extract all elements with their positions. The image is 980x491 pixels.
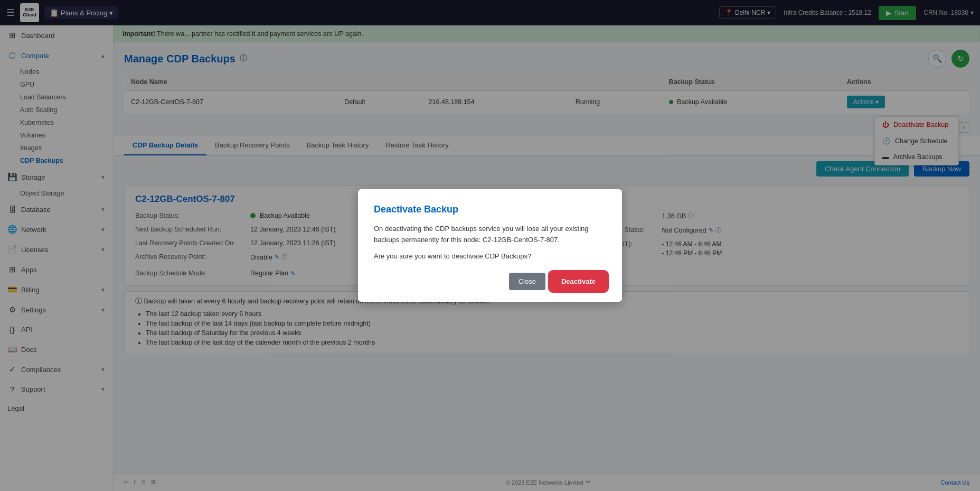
modal-body: On deactivating the CDP backups service … bbox=[374, 224, 606, 262]
modal-body-line1: On deactivating the CDP backups service … bbox=[374, 224, 606, 246]
modal-body-line2: Are you sure you want to deactivate CDP … bbox=[374, 251, 606, 262]
modal-deactivate-button[interactable]: Deactivate bbox=[551, 273, 606, 290]
modal-overlay: Deactivate Backup On deactivating the CD… bbox=[0, 0, 980, 491]
modal-footer: Close Deactivate bbox=[374, 273, 606, 290]
modal-close-button[interactable]: Close bbox=[509, 273, 545, 290]
deactivate-backup-modal: Deactivate Backup On deactivating the CD… bbox=[358, 189, 622, 301]
modal-title: Deactivate Backup bbox=[374, 204, 606, 215]
